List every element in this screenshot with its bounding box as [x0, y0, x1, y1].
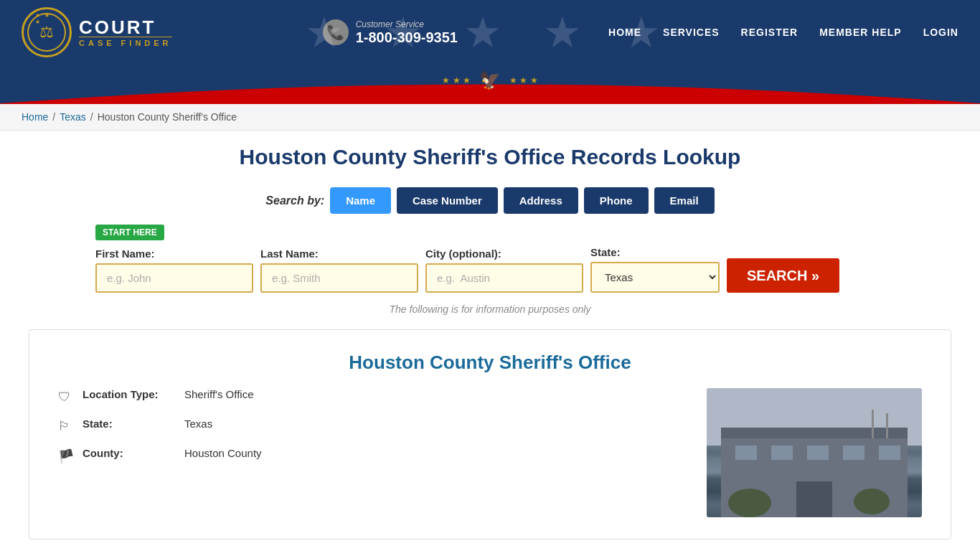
svg-rect-6 — [843, 446, 864, 460]
eagle-row: ★ ★ ★ 🦅 ★ ★ ★ — [442, 70, 537, 90]
state-icon: 🏳 — [58, 419, 74, 434]
building-svg — [707, 388, 922, 517]
eagle-stars-right: ★ ★ ★ — [509, 75, 538, 85]
last-name-label: Last Name: — [260, 248, 418, 260]
svg-rect-7 — [879, 446, 900, 460]
city-input[interactable] — [425, 263, 583, 293]
svg-rect-2 — [721, 428, 908, 438]
county-icon: 🏴 — [58, 448, 74, 464]
eagle-icon: 🦅 — [479, 70, 501, 90]
phone-icon: 📞 — [323, 19, 349, 45]
cs-phone: 1-800-309-9351 — [356, 29, 458, 46]
state-info-value: Texas — [184, 418, 212, 430]
cs-text: Customer Service 1-800-309-9351 — [356, 19, 458, 46]
page-title: Houston County Sheriff's Office Records … — [29, 145, 951, 169]
first-name-field: First Name: — [95, 248, 253, 293]
building-photo — [707, 388, 922, 517]
main-nav: HOME SERVICES REGISTER MEMBER HELP LOGIN — [608, 27, 958, 38]
nav-services[interactable]: SERVICES — [663, 27, 720, 38]
svg-rect-4 — [771, 446, 793, 460]
state-field: State: Texas Alabama Alaska Arizona Cali… — [590, 246, 720, 293]
breadcrumb-sep-1: / — [52, 111, 55, 123]
tab-email[interactable]: Email — [654, 187, 715, 214]
nav-home[interactable]: HOME — [608, 27, 641, 38]
office-image — [707, 388, 922, 517]
breadcrumb-texas[interactable]: Texas — [60, 111, 86, 123]
city-label: City (optional): — [425, 248, 583, 260]
info-card-body: 🛡 Location Type: Sheriff's Office 🏳 Stat… — [58, 388, 922, 517]
nav-member-help[interactable]: MEMBER HELP — [819, 27, 901, 38]
nav-register[interactable]: REGISTER — [741, 27, 798, 38]
last-name-input[interactable] — [260, 263, 418, 293]
logo-text: COURT CASE FINDER — [79, 18, 172, 47]
city-field: City (optional): — [425, 248, 583, 293]
customer-service: 📞 Customer Service 1-800-309-9351 — [323, 19, 458, 46]
location-type-label: Location Type: — [83, 388, 176, 400]
logo-stars: ★ ★ ★ — [35, 12, 58, 25]
logo-area: ⚖ ★ ★ ★ COURT CASE FINDER — [22, 7, 172, 57]
search-form-area: START HERE First Name: Last Name: City (… — [95, 225, 885, 315]
main-content: Houston County Sheriff's Office Records … — [0, 131, 980, 551]
info-note: The following is for information purpose… — [95, 303, 885, 315]
breadcrumb-sep-2: / — [90, 111, 93, 123]
eagle-stars-left: ★ ★ ★ — [442, 75, 471, 85]
state-label: State: — [590, 246, 720, 258]
cs-label: Customer Service — [356, 19, 458, 29]
location-type-value: Sheriff's Office — [184, 388, 254, 400]
svg-rect-10 — [886, 413, 888, 438]
info-card-details: 🛡 Location Type: Sheriff's Office 🏳 Stat… — [58, 388, 685, 517]
tab-address[interactable]: Address — [504, 187, 578, 214]
nav-login[interactable]: LOGIN — [923, 27, 958, 38]
info-card: Houston County Sheriff's Office 🛡 Locati… — [29, 329, 951, 540]
tab-case-number[interactable]: Case Number — [397, 187, 498, 214]
search-tabs-row: Search by: Name Case Number Address Phon… — [29, 187, 951, 214]
svg-point-11 — [728, 489, 771, 517]
logo-circle: ⚖ ★ ★ ★ — [22, 7, 72, 57]
logo-case-finder-text: CASE FINDER — [79, 37, 172, 47]
info-card-title: Houston County Sheriff's Office — [58, 352, 922, 374]
search-form-row: First Name: Last Name: City (optional): … — [95, 246, 885, 293]
county-label: County: — [83, 447, 176, 459]
breadcrumb-current: Houston County Sheriff's Office — [98, 111, 237, 123]
state-select[interactable]: Texas Alabama Alaska Arizona California … — [590, 262, 720, 293]
info-row-state: 🏳 State: Texas — [58, 418, 685, 434]
svg-rect-9 — [872, 410, 874, 438]
tab-name[interactable]: Name — [330, 187, 391, 214]
info-row-location: 🛡 Location Type: Sheriff's Office — [58, 388, 685, 405]
first-name-label: First Name: — [95, 248, 253, 260]
svg-rect-8 — [796, 481, 832, 517]
tab-phone[interactable]: Phone — [584, 187, 649, 214]
last-name-field: Last Name: — [260, 248, 418, 293]
header: ★ ★ ★ ★ ★ ⚖ ★ ★ ★ COURT CASE FINDER 📞 Cu… — [0, 0, 980, 65]
county-value: Houston County — [184, 447, 262, 459]
eagle-banner: ★ ★ ★ 🦅 ★ ★ ★ — [0, 65, 980, 104]
svg-rect-5 — [807, 446, 829, 460]
breadcrumb-home[interactable]: Home — [22, 111, 48, 123]
search-button[interactable]: SEARCH » — [727, 258, 839, 293]
start-here-badge: START HERE — [95, 225, 164, 240]
logo-court-text: COURT — [79, 18, 172, 37]
svg-point-12 — [854, 489, 890, 514]
svg-rect-3 — [735, 446, 757, 460]
first-name-input[interactable] — [95, 263, 253, 293]
breadcrumb-bar: Home / Texas / Houston County Sheriff's … — [0, 104, 980, 131]
location-type-icon: 🛡 — [58, 390, 74, 405]
state-info-label: State: — [83, 418, 176, 430]
info-row-county: 🏴 County: Houston County — [58, 447, 685, 464]
search-by-label: Search by: — [265, 194, 324, 207]
breadcrumb: Home / Texas / Houston County Sheriff's … — [22, 111, 958, 123]
